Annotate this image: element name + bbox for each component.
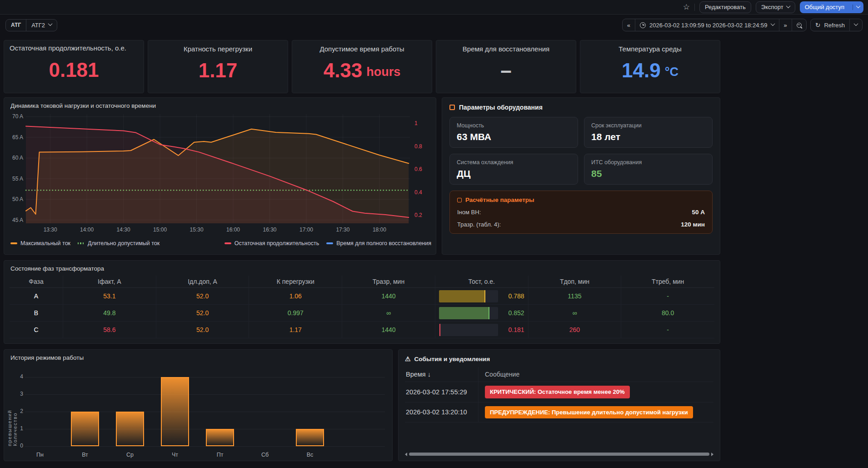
events-table: Время ↓Сообщение2026-03-02 17:55:29КРИТИ… bbox=[405, 367, 713, 423]
time-range-picker[interactable]: 2026-03-02 13:09:59 to 2026-03-02 18:24:… bbox=[635, 19, 779, 31]
gridline bbox=[25, 394, 385, 395]
phase-cell: A bbox=[10, 288, 63, 305]
stat-panel-5: Температура среды14.9°C bbox=[580, 40, 720, 93]
toolbar-divider bbox=[694, 4, 695, 11]
gauge-edge bbox=[484, 290, 486, 302]
table-cell: 52.0 bbox=[156, 288, 249, 305]
bar-Ср[interactable] bbox=[116, 412, 144, 446]
gauge-cell: 0.852 bbox=[435, 305, 529, 322]
phase-cell: C bbox=[10, 322, 63, 338]
table-column-header[interactable]: Фаза bbox=[10, 276, 63, 288]
x-axis-tick: 14:00 bbox=[73, 226, 100, 233]
horizontal-scrollbar[interactable] bbox=[405, 452, 713, 456]
export-button[interactable]: Экспорт bbox=[756, 1, 795, 13]
legend-item[interactable]: Остаточная продолжительность bbox=[224, 240, 319, 247]
bar-Вт[interactable] bbox=[71, 412, 99, 446]
event-row: 2026-03-02 13:20:10ПРЕДУПРЕЖДЕНИЕ: Превы… bbox=[405, 403, 713, 423]
gauge-cell: 0.181 bbox=[435, 322, 529, 338]
refresh-controls: ↻ Refresh bbox=[810, 19, 863, 31]
legend-item[interactable]: Максимальный ток bbox=[10, 240, 70, 247]
y-axis-tick-left: 70 A bbox=[6, 113, 23, 120]
scrollbar-thumb[interactable] bbox=[409, 453, 709, 456]
share-dropdown-toggle[interactable] bbox=[853, 5, 863, 10]
time-column-header[interactable]: Время ↓ bbox=[405, 367, 479, 382]
legend-swatch-icon bbox=[10, 242, 17, 244]
table-column-header[interactable]: Тразр, мин bbox=[342, 276, 435, 288]
y-axis-tick: 4 bbox=[14, 373, 23, 380]
x-axis-tick: 17:30 bbox=[329, 226, 356, 233]
calc-param-label: Тразр. (табл. 4): bbox=[457, 221, 501, 228]
table-column-header[interactable]: Тост, о.е. bbox=[435, 276, 529, 288]
bar-Чт[interactable] bbox=[161, 377, 189, 446]
table-cell: 1.06 bbox=[249, 288, 342, 305]
equipment-params-content: Параметры оборудованияМощность63 МВАСрок… bbox=[442, 98, 720, 240]
refresh-button[interactable]: ↻ Refresh bbox=[811, 19, 849, 31]
table-cell: 260 bbox=[529, 322, 622, 338]
chevron-down-icon bbox=[854, 21, 858, 26]
bar-Вс[interactable] bbox=[296, 429, 324, 446]
timeseries-plot[interactable] bbox=[26, 114, 410, 226]
legend-label: Остаточная продолжительность bbox=[234, 240, 319, 247]
table-cell: 80.0 bbox=[621, 305, 714, 322]
panel-title: Динамика токовой нагрузки и остаточного … bbox=[4, 98, 436, 109]
dashboard-toolbar: АТГ АТГ2 « 2026-03-02 13:09:59 to 2026-0… bbox=[0, 15, 868, 35]
card-value: 85 bbox=[591, 168, 705, 179]
gauge-fill bbox=[439, 307, 490, 319]
stat-panel-1: Остаточная продолжительность, о.е.0.181 bbox=[4, 40, 144, 93]
zoom-out-button[interactable] bbox=[792, 19, 806, 31]
equipment-card: Срок эксплуатации18 лет bbox=[584, 117, 713, 148]
favorite-star-icon[interactable]: ☆ bbox=[683, 3, 690, 11]
y-axis-tick-left: 45 A bbox=[6, 217, 23, 223]
message-column-header[interactable]: Сообщение bbox=[479, 367, 713, 382]
scroll-left-icon[interactable] bbox=[405, 453, 407, 456]
export-button-label: Экспорт bbox=[761, 4, 783, 10]
x-axis-tick: 15:30 bbox=[183, 226, 210, 233]
bar-Пт[interactable] bbox=[206, 429, 234, 446]
scroll-right-icon[interactable] bbox=[711, 453, 713, 456]
calc-params-header: Расчётные параметры bbox=[457, 196, 705, 203]
calc-param-row: Тразр. (табл. 4):120 мин bbox=[457, 221, 705, 228]
table-column-header[interactable]: К перегрузки bbox=[249, 276, 342, 288]
table-column-header[interactable]: Тдоп, мин bbox=[529, 276, 622, 288]
legend-label: Время для полного восстановления bbox=[336, 240, 431, 247]
variable-value: АТГ2 bbox=[31, 22, 45, 29]
time-shift-forward-button[interactable]: » bbox=[779, 19, 792, 31]
y-axis-tick-left: 65 A bbox=[6, 134, 23, 141]
table-column-header[interactable]: Iфакт, А bbox=[63, 276, 156, 288]
variable-selector[interactable]: АТГ АТГ2 bbox=[5, 19, 57, 31]
table-column-header[interactable]: Ттреб, мин bbox=[621, 276, 714, 288]
stat-unit: hours bbox=[366, 66, 400, 78]
events-panel: ⚠События и уведомленияВремя ↓Сообщение20… bbox=[398, 349, 720, 461]
stat-panel-4: Время для восстановления– bbox=[436, 40, 576, 93]
variable-value-dropdown[interactable]: АТГ2 bbox=[26, 20, 57, 31]
stat-title: Допустимое время работы bbox=[292, 40, 432, 54]
chart-legend: Максимальный токДлительно допустимый ток… bbox=[10, 240, 431, 247]
refresh-interval-dropdown[interactable] bbox=[849, 19, 862, 31]
y-axis-tick: 1 bbox=[14, 425, 23, 432]
share-button[interactable]: Общий доступ bbox=[800, 1, 863, 13]
share-button-label[interactable]: Общий доступ bbox=[800, 2, 849, 12]
legend-swatch-icon bbox=[224, 242, 231, 244]
legend-item[interactable]: Время для полного восстановления bbox=[326, 240, 431, 247]
stat-panel-3: Допустимое время работы4.33hours bbox=[292, 40, 432, 93]
timeseries-panel: Динамика токовой нагрузки и остаточного … bbox=[4, 97, 436, 255]
time-shift-back-button[interactable]: « bbox=[623, 19, 635, 31]
events-title: События и уведомления bbox=[414, 356, 490, 362]
gauge-value: 0.788 bbox=[503, 292, 524, 300]
stat-value-row: 1.17 bbox=[148, 54, 288, 93]
event-message: ПРЕДУПРЕЖДЕНИЕ: Превышение длительно доп… bbox=[479, 403, 713, 423]
chevron-down-icon bbox=[786, 4, 790, 8]
card-label: Мощность bbox=[457, 122, 571, 129]
variable-label: АТГ bbox=[6, 20, 26, 31]
legend-item[interactable]: Длительно допустимый ток bbox=[78, 240, 160, 247]
gauge-edge bbox=[439, 324, 441, 336]
table-column-header[interactable]: Iдл.доп, А bbox=[156, 276, 249, 288]
gridline bbox=[25, 446, 385, 447]
x-axis-tick: 18:00 bbox=[366, 226, 393, 233]
gridline bbox=[25, 377, 385, 377]
phase-table-panel: Состояние фаз трансформатораФазаIфакт, А… bbox=[4, 260, 720, 344]
edit-button[interactable]: Редактировать bbox=[699, 1, 751, 13]
calc-params-title: Расчётные параметры bbox=[465, 196, 534, 203]
stat-value: 1.17 bbox=[199, 60, 238, 81]
stat-title: Температура среды bbox=[580, 40, 720, 54]
